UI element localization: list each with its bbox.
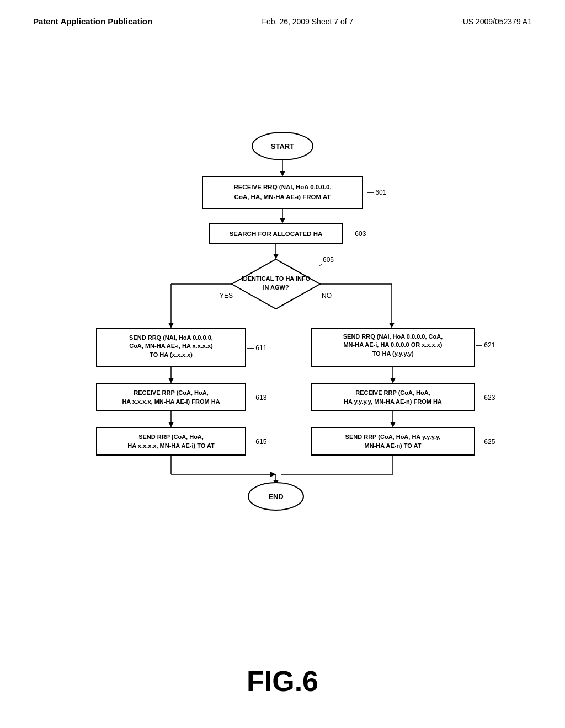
svg-text:IN AGW?: IN AGW? (263, 284, 289, 291)
svg-marker-64 (270, 472, 276, 477)
header-date-sheet: Feb. 26, 2009 Sheet 7 of 7 (262, 17, 353, 26)
svg-marker-53 (390, 422, 396, 427)
svg-text:TO HA (y.y.y.y): TO HA (y.y.y.y) (372, 350, 414, 357)
svg-text:RECEIVE RRP (CoA, HoA,: RECEIVE RRP (CoA, HoA, (355, 389, 430, 396)
svg-text:SEND RRP (CoA, HoA, HA y.y.y.y: SEND RRP (CoA, HoA, HA y.y.y.y, (345, 433, 441, 440)
svg-text:SEND RRQ (NAI, HoA 0.0.0.0, Co: SEND RRQ (NAI, HoA 0.0.0.0, CoA, (343, 333, 443, 340)
svg-marker-39 (168, 378, 174, 383)
svg-text:CoA, MN-HA AE-i, HA x.x.x.x): CoA, MN-HA AE-i, HA x.x.x.x) (129, 342, 213, 349)
svg-marker-14 (273, 254, 279, 259)
header-patent-number: US 2009/052379 A1 (463, 17, 532, 26)
svg-text:RECEIVE RRP (CoA, HoA,: RECEIVE RRP (CoA, HoA, (134, 389, 208, 396)
svg-marker-51 (168, 422, 174, 427)
page-header: Patent Application Publication Feb. 26, … (0, 0, 565, 31)
svg-marker-3 (280, 171, 285, 176)
svg-text:IDENTICAL TO HA INFO: IDENTICAL TO HA INFO (242, 275, 311, 282)
svg-marker-24 (168, 323, 174, 328)
svg-marker-41 (390, 378, 396, 383)
svg-text:SEND RRQ (NAI, HoA 0.0.0.0,: SEND RRQ (NAI, HoA 0.0.0.0, (129, 334, 213, 341)
svg-rect-54 (97, 427, 246, 455)
header-publication-label: Patent Application Publication (33, 17, 152, 26)
svg-text:HA x.x.x.x, MN-HA AE-i) TO AT: HA x.x.x.x, MN-HA AE-i) TO AT (127, 442, 215, 449)
svg-text:— 613: — 613 (247, 394, 267, 402)
svg-text:YES: YES (220, 292, 233, 299)
svg-text:TO HA (x.x.x.x): TO HA (x.x.x.x) (150, 351, 193, 358)
svg-rect-58 (312, 427, 475, 455)
svg-text:— 601: — 601 (367, 189, 387, 196)
svg-text:HA x.x.x.x, MN-HA AE-i) FROM H: HA x.x.x.x, MN-HA AE-i) FROM HA (122, 398, 220, 405)
svg-text:— 621: — 621 (476, 341, 495, 349)
svg-text:— 611: — 611 (247, 344, 267, 352)
figure-label: FIG.6 (247, 665, 318, 698)
svg-marker-9 (280, 218, 285, 223)
flowchart-diagram: START RECEIVE RRQ (NAI, HoA 0.0.0.0, CoA… (0, 55, 565, 634)
svg-text:— 603: — 603 (347, 230, 366, 238)
svg-text:— 625: — 625 (476, 438, 495, 446)
svg-text:— 623: — 623 (476, 394, 495, 402)
svg-text:SEARCH FOR ALLOCATED HA: SEARCH FOR ALLOCATED HA (230, 231, 323, 237)
svg-text:605: 605 (323, 256, 334, 264)
svg-text:SEND RRP (CoA, HoA,: SEND RRP (CoA, HoA, (138, 433, 204, 440)
svg-rect-46 (312, 383, 475, 411)
svg-text:END: END (268, 493, 283, 501)
svg-line-19 (319, 264, 322, 266)
svg-text:CoA, HA, MN-HA AE-i) FROM AT: CoA, HA, MN-HA AE-i) FROM AT (234, 194, 331, 200)
svg-text:NO: NO (322, 292, 332, 299)
svg-rect-4 (202, 176, 363, 208)
svg-text:RECEIVE RRQ (NAI, HoA 0.0.0.0,: RECEIVE RRQ (NAI, HoA 0.0.0.0, (233, 184, 331, 190)
svg-text:MN-HA AE-n) TO AT: MN-HA AE-n) TO AT (365, 442, 422, 449)
svg-text:MN-HA AE-i, HA 0.0.0.0 OR x.x.: MN-HA AE-i, HA 0.0.0.0 OR x.x.x.x) (343, 341, 442, 348)
svg-text:START: START (271, 142, 294, 151)
svg-rect-42 (97, 383, 246, 411)
svg-text:HA y.y.y.y, MN-HA AE-n) FROM H: HA y.y.y.y, MN-HA AE-n) FROM HA (344, 398, 442, 405)
svg-marker-27 (389, 323, 395, 328)
svg-text:— 615: — 615 (247, 438, 267, 446)
